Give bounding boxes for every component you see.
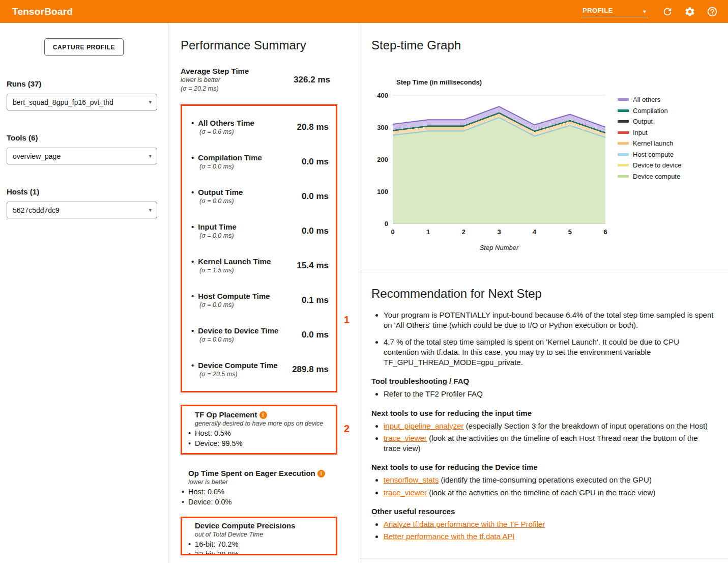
topbar-actions: PROFILE ▾ [581, 2, 722, 21]
metric-note: lower is better [181, 76, 249, 84]
legend-label: Host compute [633, 151, 674, 158]
bullet: • [188, 540, 191, 548]
metric-value: 0.0 ms [302, 226, 329, 236]
chart-row: Step Time (in milliseconds) 010020030040… [371, 78, 716, 254]
tensorboard-profile-page: TensorBoard PROFILE ▾ CAPTURE PROFILE Ru… [0, 0, 728, 563]
rec-link[interactable]: trace_viewer [384, 488, 427, 497]
rec-section-list: Analyze tf.data performance with the TF … [371, 519, 716, 542]
eager-title-text: Op Time Spent on Eager Execution [188, 469, 315, 477]
rec-link[interactable]: trace_viewer [384, 434, 427, 442]
svg-text:0: 0 [385, 220, 388, 228]
settings-button[interactable] [680, 2, 700, 21]
metric-labels: •Kernel Launch Time(σ = 1.5 ms) [191, 257, 271, 274]
metric-input-time: •Input Time(σ = 0.0 ms)0.0 ms [182, 214, 336, 248]
tf-op-placement-title-text: TF Op Placement [195, 410, 257, 419]
rec-link[interactable]: Better performance with the tf.data API [384, 532, 515, 541]
rec-link[interactable]: Analyze tf.data performance with the TF … [384, 520, 545, 528]
tools-select[interactable]: overview_page ▾ [7, 148, 157, 164]
precisions-block: Device Compute Precisions out of Total D… [187, 521, 331, 555]
bullet: • [191, 119, 194, 127]
precisions-title: Device Compute Precisions [195, 521, 331, 530]
svg-text:1: 1 [426, 228, 430, 236]
help-button[interactable] [703, 2, 722, 21]
rec-link[interactable]: input_pipeline_analyzer [384, 421, 464, 430]
legend-item-input: Input [618, 129, 681, 136]
svg-text:200: 200 [377, 156, 388, 163]
chart-title: Step Time (in milliseconds) [396, 78, 609, 87]
average-step-time-labels: Average Step Time lower is better (σ = 2… [181, 67, 249, 93]
sidebar: CAPTURE PROFILE Runs (37) bert_squad_8gp… [0, 23, 168, 563]
capture-profile-button[interactable]: CAPTURE PROFILE [44, 38, 124, 56]
metric-kernel-launch-time: •Kernel Launch Time(σ = 1.5 ms)15.4 ms [182, 248, 336, 283]
legend-item-compilation: Compilation [618, 107, 681, 114]
right-panel: Step-time Graph Step Time (in millisecon… [359, 23, 728, 563]
rec-link[interactable]: tensorflow_stats [384, 475, 439, 484]
recommendation-panel: Recommendation for Next Step Your progra… [359, 272, 728, 563]
metric-label: •Host Compute Time [191, 292, 270, 300]
bullet: • [191, 153, 194, 162]
runs-select[interactable]: bert_squad_8gpu_fp16_pvt_thd ▾ [7, 94, 157, 110]
metric-value: 0.1 ms [302, 295, 329, 305]
metric-labels: •Host Compute Time(σ = 0.0 ms) [191, 292, 270, 309]
bullet: • [191, 222, 194, 231]
svg-text:6: 6 [603, 228, 607, 236]
metric-label: •Compilation Time [191, 153, 262, 162]
legend-swatch [618, 120, 629, 123]
hosts-label: Hosts (1) [7, 187, 157, 196]
list-item: •Host: 0.5% [187, 429, 331, 438]
metric-label: •Device to Device Time [191, 326, 278, 335]
bullet: • [191, 361, 194, 370]
legend-swatch [618, 109, 629, 112]
svg-text:Step Number: Step Number [480, 244, 519, 251]
hosts-group: Hosts (1) 5627c5dd7dc9 ▾ [7, 187, 157, 218]
caret-down-icon: ▾ [149, 153, 152, 159]
metric-labels: •All Others Time(σ = 0.6 ms) [191, 119, 254, 136]
metric-sigma: (σ = 0.0 ms) [199, 232, 237, 240]
bullet: • [191, 257, 194, 266]
metric-sigma: (σ = 0.0 ms) [199, 301, 270, 309]
legend-item-device-to-device: Device to device [618, 162, 681, 168]
metric-sigma: (σ = 0.6 ms) [199, 128, 254, 136]
main-content: CAPTURE PROFILE Runs (37) bert_squad_8gp… [0, 23, 728, 563]
topbar: TensorBoard PROFILE ▾ [0, 0, 728, 23]
info-icon[interactable]: i [259, 411, 267, 419]
info-icon[interactable]: i [317, 470, 325, 477]
metric-value: 20.8 ms [297, 122, 329, 132]
legend-swatch [618, 98, 629, 101]
help-icon [707, 6, 718, 17]
rec-item: Better performance with the tf.data API [384, 531, 716, 542]
bullet: • [188, 429, 191, 437]
metric-value: 0.0 ms [302, 330, 329, 340]
svg-text:5: 5 [568, 228, 572, 236]
annotation-box-1: •All Others Time(σ = 0.6 ms)20.8 ms•Comp… [181, 104, 337, 392]
metric-value: 289.8 ms [292, 364, 329, 375]
eager-list: •Host: 0.0%•Device: 0.0% [181, 488, 347, 506]
annotation-number-1: 1 [344, 314, 350, 326]
rec-section-list: input_pipeline_analyzer (especially Sect… [371, 421, 716, 454]
reload-button[interactable] [658, 2, 677, 21]
svg-text:4: 4 [533, 228, 537, 236]
metric-host-compute-time: •Host Compute Time(σ = 0.0 ms)0.1 ms [182, 283, 336, 318]
caret-down-icon: ▾ [149, 207, 152, 213]
precisions-list: •16-bit: 70.2%•32-bit: 29.8% [187, 540, 331, 555]
eager-execution-block: Op Time Spent on Eager Executioni lower … [181, 469, 347, 506]
recommendation-bullets: Your program is POTENTIALLY input-bound … [371, 310, 716, 368]
precisions-subtitle: out of Total Device Time [195, 531, 331, 539]
legend-item-device-compute: Device compute [618, 173, 681, 180]
metric-labels: •Output Time(σ = 0.0 ms) [191, 188, 243, 205]
rec-section-heading: Next tools to use for reducing the Devic… [371, 463, 716, 472]
metric-label: •All Others Time [191, 119, 254, 127]
legend-item-host-compute: Host compute [618, 151, 681, 158]
hosts-select[interactable]: 5627c5dd7dc9 ▾ [7, 202, 157, 218]
metric-label: •Output Time [191, 188, 243, 196]
rec-item-text: (look at the activities on the timeline … [427, 488, 655, 497]
svg-text:300: 300 [377, 124, 388, 131]
metric-output-time: •Output Time(σ = 0.0 ms)0.0 ms [182, 179, 336, 214]
dashboard-select[interactable]: PROFILE ▾ [581, 6, 648, 17]
legend-item-all-others: All others [618, 96, 681, 103]
legend-swatch [618, 164, 629, 166]
rec-item: trace_viewer (look at the activities on … [384, 488, 716, 498]
rec-section-heading: Next tools to use for reducing the input… [371, 409, 716, 418]
metric-sigma: (σ = 20.2 ms) [181, 85, 249, 93]
legend-swatch [618, 131, 629, 134]
